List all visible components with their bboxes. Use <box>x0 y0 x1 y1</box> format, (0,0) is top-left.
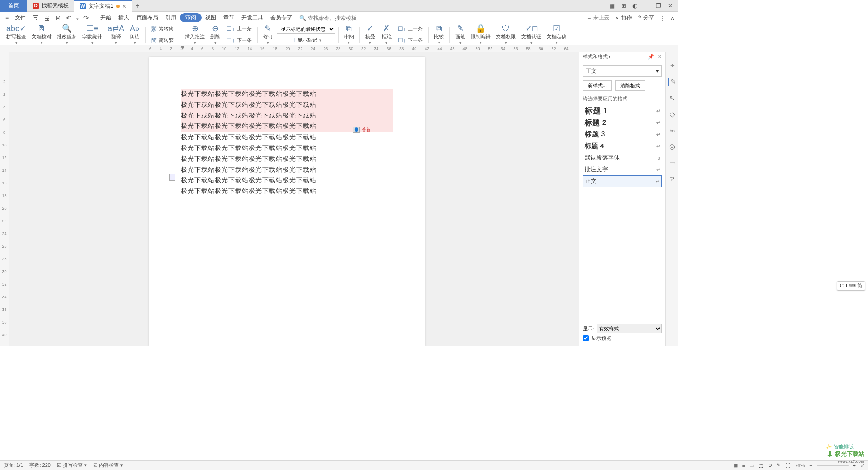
rail-style-icon[interactable]: ⌖ <box>670 61 674 70</box>
menu-会员专享[interactable]: 会员专享 <box>267 13 296 22</box>
doc-line[interactable]: 极光下载站极光下载站极光下载站极光下载站 <box>181 175 393 186</box>
share-button[interactable]: ⇪ 分享 <box>637 14 654 22</box>
rib-comment-nav-下一条[interactable]: ☐↓下一条 <box>224 35 255 46</box>
qa-print-icon[interactable]: 🖨 <box>42 13 52 23</box>
style-item-标题 3[interactable]: 标题 3↵ <box>583 128 662 140</box>
rib-show-markup[interactable]: ☐显示标记 <box>277 35 335 46</box>
rib-限制编辑[interactable]: 🔒限制编辑 <box>468 23 493 46</box>
search-input[interactable] <box>308 15 371 21</box>
rib-翻译[interactable]: a⇄A翻译 <box>105 23 127 46</box>
new-style-button[interactable]: 新样式... <box>583 80 612 91</box>
rail-link-icon[interactable]: ∞ <box>670 127 675 134</box>
menu-页面布局[interactable]: 页面布局 <box>133 13 162 22</box>
more-icon[interactable]: ⋮ <box>660 15 665 21</box>
collab-button[interactable]: ⚬ 协作 <box>615 14 632 22</box>
menu-burger-icon[interactable]: ≡ <box>4 14 10 23</box>
menu-插入[interactable]: 插入 <box>115 13 133 22</box>
menu-视图[interactable]: 视图 <box>202 13 220 22</box>
ruler-vertical[interactable]: 2246810121416182022242628303234363840 <box>0 52 9 346</box>
collapse-ribbon-icon[interactable]: ∧ <box>670 15 675 21</box>
apps-icon[interactable]: ⊞ <box>621 2 626 9</box>
document-canvas[interactable]: 极光下载站极光下载站极光下载站极光下载站极光下载站极光下载站极光下载站极光下载站… <box>9 52 579 346</box>
doc-line[interactable]: 极光下载站极光下载站极光下载站极光下载站 <box>181 164 393 175</box>
rib-reject[interactable]: ✗拒绝 <box>379 23 394 46</box>
cloud-status[interactable]: ☁ 未上云 <box>586 14 609 22</box>
panel-close-icon[interactable]: ✕ <box>658 54 662 60</box>
close-button[interactable]: ✕ <box>668 2 673 9</box>
style-item-标题 4[interactable]: 标题 4↵ <box>583 140 662 152</box>
avatar-icon[interactable]: ◐ <box>632 2 637 9</box>
document-page[interactable]: 极光下载站极光下载站极光下载站极光下载站极光下载站极光下载站极光下载站极光下载站… <box>149 57 425 346</box>
rib-文档权限[interactable]: 🛡文档权限 <box>493 23 519 46</box>
panel-pin-icon[interactable]: 📌 <box>648 54 654 60</box>
menu-审阅[interactable]: 审阅 <box>180 13 202 22</box>
style-item-标题 1[interactable]: 标题 1↵ <box>583 105 662 117</box>
tab-close-icon[interactable]: × <box>123 3 126 10</box>
menu-引用[interactable]: 引用 <box>162 13 180 22</box>
current-style-select[interactable]: 正文▾ <box>583 65 662 77</box>
new-tab-button[interactable]: + <box>132 2 143 10</box>
rib-simplified[interactable]: 简简转繁 <box>148 35 176 46</box>
doc-line[interactable]: 极光下载站极光下载站极光下载站极光下载站 <box>181 143 393 154</box>
template-icon: D <box>33 3 39 9</box>
rail-shape-icon[interactable]: ◇ <box>670 110 675 118</box>
tab-template[interactable]: D 找稻壳模板 <box>27 0 74 12</box>
rib-compare[interactable]: ⧉比较 <box>431 23 447 46</box>
panel-title[interactable]: 样式和格式 <box>583 53 610 60</box>
rib-画笔[interactable]: ✎画笔 <box>453 23 468 46</box>
menu-章节[interactable]: 章节 <box>220 13 238 22</box>
rib-文档校对[interactable]: 🖺文档校对 <box>29 23 54 46</box>
qa-preview-icon[interactable]: 🗎 <box>53 13 63 23</box>
rib-change-nav-上一条[interactable]: ☐↑上一条 <box>395 24 426 34</box>
rib-traditional[interactable]: 繁繁转简 <box>148 24 176 34</box>
rail-select-icon[interactable]: ↖ <box>669 94 675 102</box>
show-preview-checkbox[interactable] <box>583 335 589 341</box>
qa-redo-icon[interactable]: ↷ <box>81 13 91 23</box>
style-item-默认段落字体[interactable]: 默认段落字体a <box>583 152 662 164</box>
rib-track-changes[interactable]: ✎修订 <box>260 23 276 46</box>
rail-format-icon[interactable]: ✎ <box>668 78 676 86</box>
rail-help-icon[interactable]: ? <box>670 175 674 183</box>
menu-file[interactable]: 文件 <box>11 13 29 23</box>
rib-comment-nav-上一条[interactable]: ☐↑上一条 <box>224 24 255 34</box>
rib-拼写检查[interactable]: abc✓拼写检查 <box>4 23 29 46</box>
rib-comment-插入批注[interactable]: ⊕插入批注 <box>182 23 208 46</box>
rib-批改服务[interactable]: 🔍批改服务 <box>54 23 80 46</box>
rib-字数统计[interactable]: ☰≡字数统计 <box>80 23 105 46</box>
qa-undo-icon[interactable]: ↶ <box>64 13 74 23</box>
doc-line[interactable]: 极光下载站极光下载站极光下载站极光下载站 <box>181 154 393 164</box>
clear-format-button[interactable]: 清除格式 <box>615 80 645 91</box>
qa-save-icon[interactable]: 🖫 <box>30 13 41 23</box>
minimize-button[interactable]: — <box>644 2 650 9</box>
rib-display-mode-select[interactable]: 显示标记的最终状态 <box>277 24 335 34</box>
tab-home[interactable]: 首页 <box>0 0 27 12</box>
revision-indicator[interactable]: 👤 苔苔 <box>353 127 371 133</box>
menu-开发工具[interactable]: 开发工具 <box>238 13 267 22</box>
doc-line[interactable]: 极光下载站极光下载站极光下载站极光下载站 <box>181 186 393 197</box>
menu-search[interactable]: 🔍 <box>299 15 371 21</box>
style-item-批注文字[interactable]: 批注文字↵ <box>583 164 662 175</box>
rib-comment-删除[interactable]: ⊖删除 <box>208 23 223 46</box>
doc-line-highlighted[interactable]: 极光下载站极光下载站极光下载站极光下载站 <box>181 110 393 121</box>
tab-document[interactable]: W 文字文稿1 × <box>74 0 132 12</box>
rail-nav-icon[interactable]: ◎ <box>669 142 675 150</box>
rib-文档定稿[interactable]: ☑文档定稿 <box>544 23 569 46</box>
layout-icon[interactable]: ▦ <box>609 2 615 9</box>
style-item-标题 2[interactable]: 标题 2↵ <box>583 117 662 128</box>
ruler-horizontal[interactable]: 6422468101214161820222426283032343638404… <box>0 45 678 52</box>
doc-line[interactable]: 极光下载站极光下载站极光下载站极光下载站 <box>181 132 393 143</box>
show-styles-select[interactable]: 有效样式 <box>597 324 662 333</box>
section-indicator-icon[interactable] <box>169 174 175 181</box>
menu-开始[interactable]: 开始 <box>97 13 115 22</box>
doc-line-highlighted[interactable]: 极光下载站极光下载站极光下载站极光下载站 <box>181 89 393 99</box>
rib-review-pane[interactable]: ⧉审阅 <box>341 23 357 46</box>
rib-change-nav-下一条[interactable]: ☐↓下一条 <box>395 35 426 46</box>
maximize-button[interactable]: ❐ <box>656 2 661 9</box>
style-item-正文[interactable]: 正文↵ <box>583 175 662 187</box>
rib-文档认证[interactable]: ✓□文档认证 <box>519 23 544 46</box>
rib-accept[interactable]: ✓接受 <box>363 23 378 46</box>
doc-line-highlighted[interactable]: 极光下载站极光下载站极光下载站极光下载站 <box>181 99 393 110</box>
rib-朗读[interactable]: A»朗读 <box>127 23 142 46</box>
qa-undo-menu[interactable] <box>75 13 80 23</box>
rail-reading-icon[interactable]: ▭ <box>669 159 675 167</box>
